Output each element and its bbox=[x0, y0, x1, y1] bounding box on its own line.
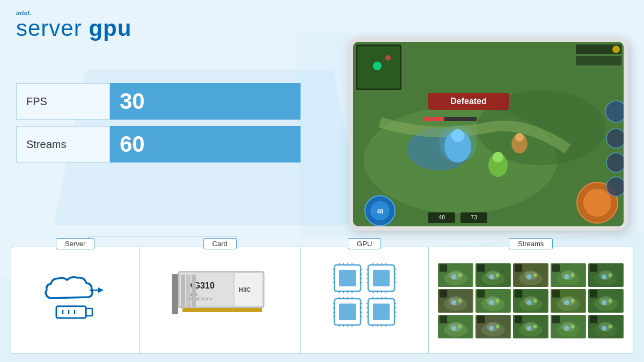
svg-marker-47 bbox=[98, 287, 104, 293]
svg-point-165 bbox=[489, 300, 494, 305]
svg-point-28 bbox=[606, 129, 624, 148]
svg-point-196 bbox=[533, 325, 537, 328]
svg-point-155 bbox=[602, 274, 606, 279]
svg-rect-162 bbox=[440, 290, 448, 298]
svg-point-26 bbox=[583, 189, 611, 217]
svg-point-184 bbox=[444, 323, 467, 337]
product-title: server GPU bbox=[16, 16, 131, 41]
svg-rect-21 bbox=[423, 117, 444, 121]
stream-thumb-13 bbox=[551, 315, 586, 338]
gpu-chips-grid bbox=[333, 263, 396, 327]
stream-thumb-8 bbox=[551, 289, 586, 313]
svg-point-134 bbox=[444, 272, 467, 285]
svg-point-175 bbox=[564, 300, 569, 305]
svg-rect-147 bbox=[515, 264, 522, 272]
svg-point-164 bbox=[481, 298, 505, 311]
svg-point-160 bbox=[452, 300, 457, 305]
stream-thumb-14 bbox=[588, 315, 624, 338]
svg-point-169 bbox=[519, 298, 543, 311]
svg-point-191 bbox=[496, 325, 499, 328]
svg-point-156 bbox=[609, 274, 612, 277]
svg-rect-192 bbox=[477, 316, 485, 323]
svg-rect-152 bbox=[552, 264, 560, 272]
gpu-card-svg: XG310 Intel® SERVER GPU H3C bbox=[169, 261, 271, 325]
card-arch-label: Card bbox=[203, 238, 237, 249]
stream-thumb-2 bbox=[513, 263, 548, 287]
svg-rect-36 bbox=[576, 56, 621, 65]
svg-rect-137 bbox=[440, 264, 448, 272]
svg-rect-48 bbox=[172, 274, 178, 314]
svg-point-179 bbox=[594, 298, 618, 311]
tablet-frame: Defeated 48 bbox=[349, 38, 628, 231]
streams-metric-row: Streams 60 bbox=[16, 126, 301, 162]
svg-point-171 bbox=[533, 299, 537, 302]
fps-value: 30 bbox=[120, 88, 145, 114]
svg-point-9 bbox=[373, 62, 382, 70]
streams-arch-label: Streams bbox=[509, 238, 553, 249]
streams-bar: 60 bbox=[110, 126, 301, 162]
svg-rect-80 bbox=[373, 270, 390, 286]
fps-bar: 30 bbox=[110, 83, 301, 120]
game-scene: Defeated 48 bbox=[353, 42, 624, 226]
gpu-chip-1 bbox=[333, 263, 362, 293]
svg-point-161 bbox=[458, 299, 462, 302]
server-arch-label: Server bbox=[56, 238, 94, 249]
stream-thumb-7 bbox=[513, 289, 548, 313]
stream-thumb-10 bbox=[438, 315, 473, 338]
svg-rect-42 bbox=[86, 308, 92, 316]
fps-label: FPS bbox=[16, 83, 110, 120]
svg-text:48: 48 bbox=[377, 208, 383, 215]
svg-point-190 bbox=[489, 326, 494, 330]
svg-text:73: 73 bbox=[471, 214, 477, 220]
stream-thumb-3 bbox=[551, 263, 586, 287]
svg-point-204 bbox=[594, 323, 618, 337]
svg-point-37 bbox=[612, 46, 620, 53]
gpu-arch-label: GPU bbox=[348, 238, 381, 249]
svg-rect-172 bbox=[515, 290, 522, 298]
svg-point-136 bbox=[458, 274, 462, 277]
gpu-word: GPU bbox=[89, 16, 131, 41]
stream-thumb-1 bbox=[475, 263, 511, 287]
svg-point-159 bbox=[444, 298, 467, 311]
svg-point-13 bbox=[439, 125, 477, 162]
svg-rect-62 bbox=[339, 270, 356, 286]
svg-point-170 bbox=[526, 300, 531, 305]
svg-point-174 bbox=[557, 298, 580, 311]
streams-column: Streams bbox=[429, 247, 633, 353]
svg-point-195 bbox=[526, 326, 531, 330]
svg-point-30 bbox=[606, 177, 624, 196]
svg-rect-167 bbox=[477, 290, 485, 298]
streams-value: 60 bbox=[120, 131, 145, 157]
svg-text:H3C: H3C bbox=[239, 286, 251, 293]
svg-point-201 bbox=[571, 325, 574, 328]
svg-rect-59 bbox=[186, 275, 191, 307]
server-column: Server bbox=[11, 247, 140, 353]
streams-label: Streams bbox=[16, 126, 110, 162]
svg-point-189 bbox=[481, 323, 505, 337]
stream-thumb-12 bbox=[513, 315, 548, 338]
gpu-chip-2 bbox=[367, 263, 396, 293]
arch-container: Server Card bbox=[11, 247, 633, 354]
content-wrapper: intel. server GPU FPS 30 Streams 60 bbox=[0, 0, 644, 362]
tablet-screen: Defeated 48 bbox=[353, 42, 624, 226]
streams-thumbnails-grid bbox=[438, 263, 623, 338]
svg-rect-182 bbox=[590, 290, 597, 298]
tablet-container: Defeated 48 bbox=[349, 38, 628, 231]
svg-rect-41 bbox=[56, 306, 86, 318]
svg-point-15 bbox=[493, 152, 503, 162]
svg-point-29 bbox=[606, 153, 624, 172]
stream-thumb-9 bbox=[588, 289, 624, 313]
svg-point-139 bbox=[481, 272, 505, 285]
svg-point-185 bbox=[452, 326, 457, 330]
svg-point-194 bbox=[519, 323, 543, 337]
svg-rect-60 bbox=[192, 275, 196, 307]
stream-thumb-0 bbox=[438, 263, 473, 287]
gpu-chip-3 bbox=[333, 297, 362, 327]
svg-point-199 bbox=[557, 323, 580, 337]
svg-rect-202 bbox=[552, 316, 560, 323]
gpu-column: GPU bbox=[301, 247, 429, 353]
stream-thumb-11 bbox=[475, 315, 511, 338]
svg-rect-157 bbox=[590, 264, 597, 272]
stream-thumb-5 bbox=[438, 289, 473, 313]
svg-point-141 bbox=[496, 274, 499, 277]
